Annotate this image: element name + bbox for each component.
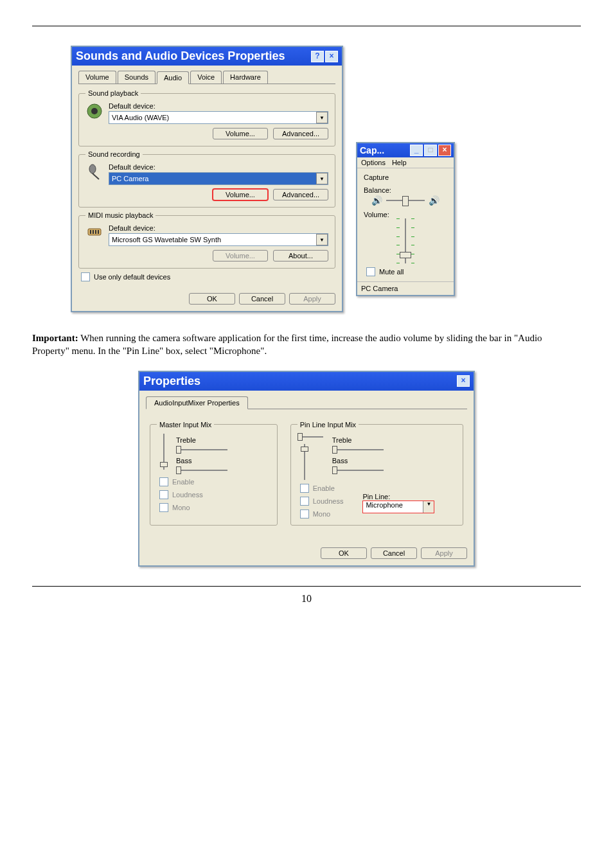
- capture-label: Capture: [364, 173, 447, 181]
- important-label: Important:: [32, 333, 78, 343]
- properties-tabs: AudioInputMixer Properties: [146, 396, 467, 409]
- pinline-mono-checkbox[interactable]: Mono: [300, 509, 344, 518]
- use-only-default-label: Use only default devices: [94, 273, 170, 281]
- chevron-down-icon[interactable]: ▼: [316, 173, 328, 184]
- important-paragraph: Important: When running the camera softw…: [32, 332, 581, 358]
- top-rule: [32, 26, 581, 26]
- midi-default-label: Default device:: [109, 224, 328, 232]
- midi-volume-button[interactable]: Volume...: [213, 250, 268, 261]
- ok-button[interactable]: OK: [189, 293, 235, 305]
- pinline-combo[interactable]: Microphone ▼: [362, 500, 434, 513]
- close-icon[interactable]: ×: [457, 375, 470, 387]
- midi-icon: [85, 224, 103, 242]
- playback-volume-button[interactable]: Volume...: [213, 128, 268, 139]
- sound-playback-group: Sound playback Default device: VIA Audio…: [78, 89, 335, 146]
- balance-slider[interactable]: [386, 196, 425, 205]
- master-input-mix-group: Master Input Mix Treble Bass Enable: [150, 421, 278, 526]
- ok-button[interactable]: OK: [321, 547, 367, 559]
- svg-rect-8: [98, 230, 99, 234]
- midi-device-combo[interactable]: Microsoft GS Wavetable SW Synth ▼: [109, 233, 328, 246]
- svg-point-1: [91, 108, 98, 114]
- menu-help[interactable]: Help: [392, 159, 407, 166]
- pinline-loudness-checkbox[interactable]: Loudness: [300, 497, 344, 506]
- tab-hardware[interactable]: Hardware: [223, 71, 268, 84]
- capture-title: Cap...: [360, 145, 384, 155]
- minimize-icon[interactable]: _: [410, 145, 423, 156]
- pinline-enable-label: Enable: [313, 484, 335, 492]
- pinline-select-label: Pin Line:: [362, 493, 390, 500]
- tab-audio[interactable]: Audio: [157, 71, 189, 84]
- microphone-icon: [85, 163, 103, 181]
- midi-about-button[interactable]: About...: [273, 250, 328, 261]
- master-enable-checkbox[interactable]: Enable: [159, 477, 271, 486]
- sound-playback-legend: Sound playback: [85, 89, 141, 97]
- svg-rect-7: [95, 230, 96, 234]
- apply-button[interactable]: Apply: [289, 293, 335, 305]
- sound-window-titlebar[interactable]: Sounds and Audio Devices Properties ? ×: [72, 47, 342, 66]
- master-treble-label: Treble: [176, 436, 196, 444]
- tab-voice[interactable]: Voice: [190, 71, 222, 84]
- speaker-icon: [85, 102, 103, 120]
- master-loudness-label: Loudness: [172, 491, 203, 499]
- tab-audio-input-mixer[interactable]: AudioInputMixer Properties: [146, 396, 248, 409]
- master-bass-slider[interactable]: [176, 467, 227, 474]
- chevron-down-icon[interactable]: ▼: [423, 501, 434, 513]
- pinline-bass-label: Bass: [332, 457, 348, 465]
- playback-device-value: VIA Audio (WAVE): [109, 114, 316, 121]
- use-only-default-checkbox[interactable]: Use only default devices: [81, 272, 335, 281]
- pinline-treble-slider[interactable]: [332, 447, 384, 453]
- master-legend: Master Input Mix: [157, 421, 214, 429]
- pinline-level-slider[interactable]: [300, 444, 309, 480]
- master-enable-label: Enable: [172, 478, 194, 486]
- apply-button[interactable]: Apply: [421, 547, 467, 559]
- midi-playback-group: MIDI music playback Default device: Micr…: [78, 211, 335, 269]
- recording-device-value: PC Camera: [109, 175, 316, 182]
- figures-row: Sounds and Audio Devices Properties ? × …: [71, 46, 581, 312]
- maximize-icon: □: [424, 145, 437, 156]
- checkbox-icon[interactable]: [81, 272, 90, 281]
- cancel-button[interactable]: Cancel: [371, 547, 417, 559]
- sound-recording-legend: Sound recording: [85, 150, 143, 158]
- master-bass-label: Bass: [176, 457, 191, 465]
- sound-window-title: Sounds and Audio Devices Properties: [76, 49, 285, 63]
- playback-advanced-button[interactable]: Advanced...: [273, 128, 328, 139]
- svg-rect-6: [93, 230, 94, 234]
- master-mono-checkbox[interactable]: Mono: [159, 503, 271, 512]
- pinline-legend: Pin Line Input Mix: [298, 421, 359, 429]
- tabs: Volume Sounds Audio Voice Hardware: [78, 71, 335, 84]
- close-icon[interactable]: ×: [438, 145, 451, 156]
- tab-volume[interactable]: Volume: [78, 71, 116, 84]
- pinline-treble-label: Treble: [332, 436, 352, 444]
- pinline-loudness-label: Loudness: [313, 497, 344, 505]
- chevron-down-icon[interactable]: ▼: [316, 112, 328, 123]
- cancel-button[interactable]: Cancel: [239, 293, 285, 305]
- master-level-slider[interactable]: [159, 434, 168, 470]
- close-icon[interactable]: ×: [325, 51, 338, 62]
- pinline-bass-slider[interactable]: [332, 467, 384, 474]
- properties-title: Properties: [143, 375, 200, 388]
- menu-options[interactable]: Options: [361, 159, 386, 166]
- checkbox-icon[interactable]: [366, 267, 375, 276]
- svg-rect-5: [90, 230, 91, 234]
- tab-sounds[interactable]: Sounds: [118, 71, 155, 84]
- svg-point-2: [89, 164, 96, 173]
- recording-device-combo[interactable]: PC Camera ▼: [109, 172, 328, 185]
- volume-slider[interactable]: [398, 218, 413, 263]
- capture-status: PC Camera: [357, 281, 454, 295]
- properties-titlebar[interactable]: Properties ×: [139, 372, 474, 391]
- pinline-enable-checkbox[interactable]: Enable: [300, 484, 344, 493]
- master-treble-slider[interactable]: [176, 447, 227, 453]
- pinline-value: Microphone: [363, 501, 423, 513]
- pinline-pan-slider[interactable]: [298, 434, 323, 440]
- master-loudness-checkbox[interactable]: Loudness: [159, 490, 271, 499]
- playback-device-combo[interactable]: VIA Audio (WAVE) ▼: [109, 111, 328, 124]
- important-body: When running the camera software applica…: [32, 333, 542, 356]
- page-number: 10: [32, 593, 581, 605]
- sound-properties-window: Sounds and Audio Devices Properties ? × …: [71, 46, 343, 312]
- recording-advanced-button[interactable]: Advanced...: [273, 189, 328, 200]
- chevron-down-icon[interactable]: ▼: [316, 234, 328, 245]
- help-icon[interactable]: ?: [311, 51, 324, 62]
- mute-all-checkbox[interactable]: Mute all: [366, 267, 447, 276]
- capture-titlebar[interactable]: Cap... _ □ ×: [357, 143, 454, 157]
- recording-volume-button[interactable]: Volume...: [213, 189, 268, 200]
